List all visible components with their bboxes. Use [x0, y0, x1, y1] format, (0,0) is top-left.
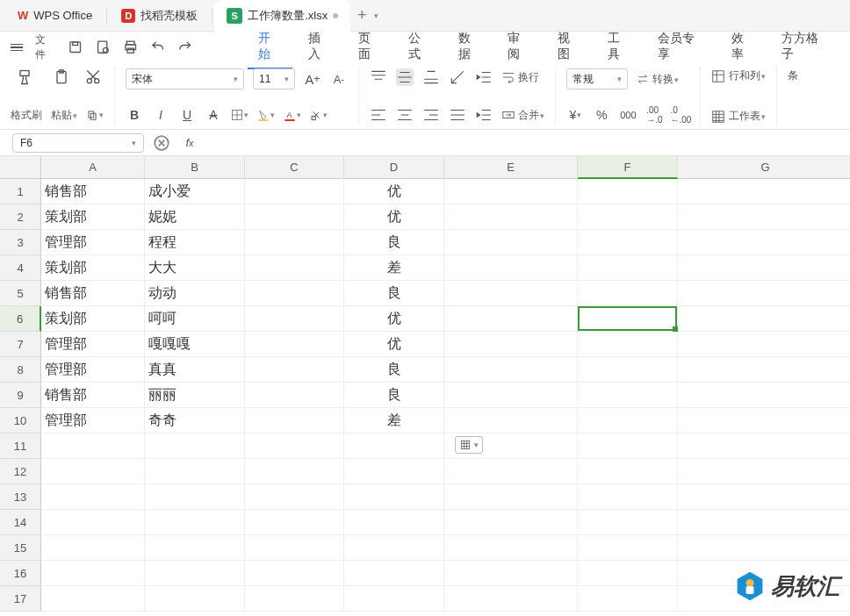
cell[interactable]	[145, 484, 245, 510]
cell[interactable]	[145, 510, 245, 535]
cell[interactable]: 策划部	[41, 255, 145, 281]
cell[interactable]	[145, 586, 245, 612]
clear-format-icon[interactable]: ▾	[310, 106, 328, 124]
cell[interactable]	[678, 408, 850, 433]
percent-icon[interactable]: %	[593, 106, 610, 124]
name-box[interactable]: F6▾	[12, 133, 144, 153]
cell[interactable]	[41, 484, 145, 510]
cell[interactable]	[145, 433, 245, 459]
col-header-G[interactable]: G	[678, 156, 850, 179]
cell[interactable]	[678, 383, 850, 408]
orientation-icon[interactable]	[449, 68, 466, 86]
align-bottom-icon[interactable]	[422, 68, 440, 86]
menu-tab-8[interactable]: 会员专享	[647, 25, 716, 69]
cell[interactable]	[444, 179, 578, 204]
cell[interactable]	[444, 255, 578, 281]
cell[interactable]	[245, 383, 344, 408]
cell[interactable]	[145, 535, 245, 561]
cell[interactable]	[245, 281, 344, 306]
cell[interactable]	[245, 586, 344, 612]
col-header-B[interactable]: B	[145, 156, 245, 179]
font-color-icon[interactable]: A▾	[284, 106, 301, 124]
cell[interactable]: 良	[344, 357, 444, 383]
menu-tab-3[interactable]: 公式	[398, 25, 443, 69]
cell[interactable]	[344, 484, 444, 510]
row-header-13[interactable]: 13	[0, 484, 41, 510]
merge-button[interactable]: 合并▾	[501, 108, 544, 123]
row-header-11[interactable]: 11	[0, 433, 41, 459]
cell[interactable]	[245, 204, 344, 230]
cell[interactable]: 良	[344, 383, 444, 408]
menu-tab-7[interactable]: 工具	[597, 25, 642, 69]
cell[interactable]	[245, 357, 344, 383]
increase-decimal-icon[interactable]: .00→.0	[645, 106, 663, 124]
font-select[interactable]: 宋体▾	[126, 68, 244, 90]
cell[interactable]	[578, 204, 678, 230]
cell[interactable]	[578, 535, 678, 561]
save-icon[interactable]	[68, 39, 83, 55]
rowcol-button[interactable]: 行和列▾	[711, 68, 765, 83]
cell[interactable]	[678, 510, 850, 535]
more-label[interactable]: 条	[788, 68, 798, 83]
cell[interactable]: 管理部	[41, 230, 145, 255]
print-preview-icon[interactable]	[95, 39, 110, 55]
cell[interactable]: 管理部	[41, 332, 145, 357]
cell[interactable]: 妮妮	[145, 204, 245, 230]
cell[interactable]	[578, 332, 678, 357]
cell[interactable]	[578, 281, 678, 306]
cell[interactable]: 销售部	[41, 281, 145, 306]
cell[interactable]: 丽丽	[145, 383, 245, 408]
cell[interactable]: 优	[344, 179, 444, 204]
increase-font-icon[interactable]: A+	[304, 70, 321, 88]
menu-tab-4[interactable]: 数据	[448, 25, 493, 69]
cell[interactable]	[344, 561, 444, 586]
cell[interactable]	[444, 408, 578, 433]
cell[interactable]	[245, 255, 344, 281]
menu-tab-0[interactable]: 开始	[248, 25, 292, 69]
cell[interactable]	[444, 586, 578, 612]
cell[interactable]	[578, 561, 678, 586]
cell[interactable]: 优	[344, 204, 444, 230]
bold-icon[interactable]: B	[126, 106, 143, 124]
menu-tab-6[interactable]: 视图	[547, 25, 592, 69]
cell[interactable]: 优	[344, 332, 444, 357]
cell[interactable]	[41, 433, 145, 459]
col-header-A[interactable]: A	[41, 156, 145, 179]
cell[interactable]	[678, 357, 850, 383]
cut-icon[interactable]	[84, 68, 102, 86]
cell[interactable]	[444, 230, 578, 255]
cell[interactable]: 管理部	[41, 357, 145, 383]
justify-icon[interactable]	[449, 106, 466, 124]
row-header-4[interactable]: 4	[0, 255, 41, 281]
cell[interactable]: 奇奇	[145, 408, 245, 433]
cell[interactable]: 差	[344, 408, 444, 433]
row-header-15[interactable]: 15	[0, 535, 41, 561]
cell[interactable]	[678, 281, 850, 306]
menu-tab-1[interactable]: 插入	[298, 25, 342, 69]
hamburger-icon[interactable]	[11, 44, 23, 52]
col-header-F[interactable]: F	[578, 156, 678, 179]
cell[interactable]	[678, 306, 850, 332]
cell[interactable]	[245, 230, 344, 255]
cell[interactable]	[578, 484, 678, 510]
menu-tab-2[interactable]: 页面	[348, 25, 393, 69]
strike-icon[interactable]: A	[205, 106, 222, 124]
row-header-16[interactable]: 16	[0, 561, 41, 586]
app-tab-template[interactable]: D 找稻壳模板	[109, 0, 210, 32]
cell[interactable]: 良	[344, 281, 444, 306]
number-format-select[interactable]: 常规▾	[566, 68, 628, 90]
col-header-E[interactable]: E	[444, 156, 578, 179]
row-header-2[interactable]: 2	[0, 204, 41, 230]
comma-icon[interactable]: 000	[619, 106, 637, 124]
cell[interactable]	[245, 306, 344, 332]
cell[interactable]	[678, 255, 850, 281]
font-size-select[interactable]: 11▾	[253, 68, 295, 90]
increase-indent-icon[interactable]	[475, 106, 493, 124]
cell[interactable]: 呵呵	[145, 306, 245, 332]
cell[interactable]	[444, 357, 578, 383]
col-header-D[interactable]: D	[344, 156, 444, 179]
wrap-text-button[interactable]: 换行	[501, 70, 539, 85]
fx-icon[interactable]: fx	[181, 134, 198, 152]
cell[interactable]	[578, 255, 678, 281]
decrease-decimal-icon[interactable]: .0←.00	[672, 106, 689, 124]
